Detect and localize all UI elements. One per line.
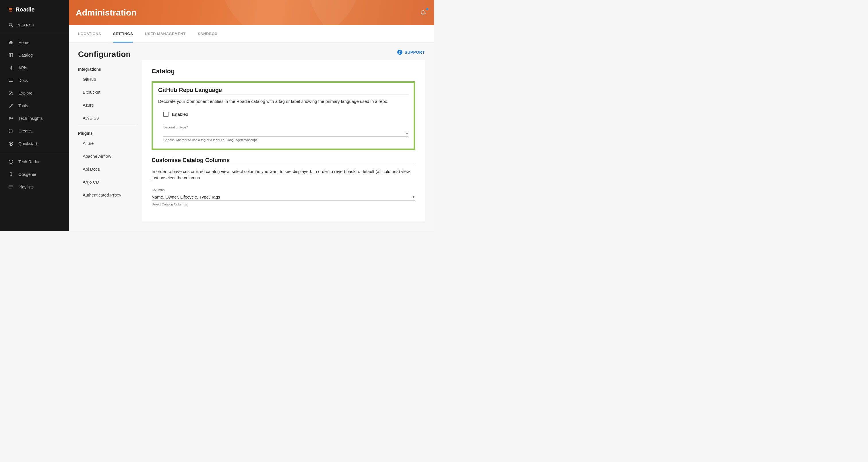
- settings-item-api-docs[interactable]: Api Docs: [78, 163, 136, 176]
- section-title: GitHub Repo Language: [158, 87, 408, 95]
- columns-select[interactable]: Name, Owner, Lifecycle, Type, Tags ▼: [152, 193, 415, 201]
- svg-rect-3: [11, 53, 12, 57]
- field-helper: Choose whether to use a tag or a label i…: [163, 138, 408, 142]
- section-title: Customise Catalog Columns: [152, 157, 415, 165]
- customise-columns-section: Customise Catalog Columns In order to ha…: [152, 157, 415, 206]
- settings-item-argo-cd[interactable]: Argo CD: [78, 176, 136, 189]
- settings-item-github[interactable]: GitHub: [78, 73, 136, 86]
- svg-rect-19: [9, 187, 11, 188]
- sidebar-nav: Home Catalog APIs Docs Explore Tools: [0, 36, 69, 231]
- playlists-icon: [8, 184, 14, 190]
- quickstart-icon: [8, 141, 14, 147]
- sidebar-item-label: Home: [19, 40, 30, 45]
- sidebar-item-apis[interactable]: APIs: [0, 61, 69, 74]
- notification-dot: [426, 8, 428, 10]
- sidebar-item-label: Tech Radar: [19, 160, 40, 164]
- tab-sandbox[interactable]: SANDBOX: [198, 25, 218, 42]
- svg-point-0: [9, 23, 12, 26]
- sidebar-item-label: Tech Insights: [19, 116, 43, 121]
- sidebar-item-docs[interactable]: Docs: [0, 74, 69, 87]
- select-value: Name, Owner, Lifecycle, Type, Tags: [152, 195, 220, 199]
- sidebar-item-create[interactable]: Create...: [0, 125, 69, 137]
- main: Administration LOCATIONS SETTINGS USER M…: [69, 0, 434, 231]
- svg-rect-18: [9, 187, 13, 187]
- sidebar-item-label: Tools: [19, 104, 28, 108]
- sidebar-item-playlists[interactable]: Playlists: [0, 181, 69, 193]
- search-button[interactable]: SEARCH: [0, 18, 69, 32]
- sidebar-item-label: Docs: [19, 78, 28, 83]
- settings-item-bitbucket[interactable]: Bitbucket: [78, 86, 136, 98]
- svg-line-1: [11, 26, 12, 27]
- sidebar-item-label: APIs: [19, 65, 27, 70]
- page-header-title: Administration: [76, 8, 136, 18]
- panel: Catalog GitHub Repo Language Decorate yo…: [142, 60, 425, 221]
- decoration-type-select[interactable]: ▼: [163, 130, 408, 137]
- clock-icon: [8, 159, 14, 165]
- tools-icon: [8, 103, 14, 109]
- docs-icon: [8, 78, 14, 83]
- field-label: Columns: [152, 188, 415, 192]
- panel-title: Catalog: [152, 67, 415, 75]
- divider: [0, 153, 69, 153]
- brand-name: Roadie: [16, 6, 35, 13]
- sidebar-item-label: Opsgenie: [19, 172, 36, 177]
- sidebar-item-label: Create...: [19, 129, 34, 133]
- sidebar-item-quickstart[interactable]: Quickstart: [0, 137, 69, 150]
- content: Configuration ? SUPPORT Integrations Git…: [69, 43, 434, 231]
- svg-rect-15: [10, 173, 12, 176]
- insights-icon: [8, 115, 14, 121]
- header: Administration: [69, 0, 434, 25]
- section-desc: In order to have customized catalog view…: [152, 168, 415, 181]
- divider: [0, 34, 69, 34]
- search-icon: [8, 22, 14, 28]
- sidebar-item-tech-insights[interactable]: Tech Insights: [0, 112, 69, 125]
- settings-item-apache-airflow[interactable]: Apache Airflow: [78, 150, 136, 163]
- opsgenie-icon: [8, 172, 14, 177]
- sidebar: Roadie SEARCH Home Catalog APIs: [0, 0, 69, 231]
- sidebar-item-tools[interactable]: Tools: [0, 99, 69, 112]
- create-icon: [8, 128, 14, 134]
- settings-item-allure[interactable]: Allure: [78, 137, 136, 150]
- svg-rect-17: [9, 185, 13, 186]
- field-helper: Select Catalog Columns.: [152, 203, 415, 206]
- brand-logo-icon: [8, 7, 13, 12]
- settings-nav: Integrations GitHub Bitbucket Azure AWS …: [78, 60, 136, 221]
- field-label: Decoration type*: [163, 125, 408, 129]
- sidebar-item-explore[interactable]: Explore: [0, 87, 69, 99]
- page-title: Configuration: [78, 50, 131, 59]
- brand[interactable]: Roadie: [0, 0, 69, 18]
- home-icon: [8, 40, 14, 46]
- enabled-checkbox[interactable]: [163, 112, 168, 117]
- tab-locations[interactable]: LOCATIONS: [78, 25, 101, 42]
- sidebar-item-opsgenie[interactable]: Opsgenie: [0, 168, 69, 181]
- checkbox-label: Enabled: [172, 112, 188, 117]
- bell-icon: [420, 9, 427, 16]
- svg-rect-2: [9, 53, 11, 57]
- chevron-down-icon: ▼: [406, 132, 408, 135]
- svg-marker-13: [11, 143, 12, 145]
- apis-icon: [8, 65, 14, 71]
- sidebar-item-home[interactable]: Home: [0, 36, 69, 49]
- tab-settings[interactable]: SETTINGS: [113, 25, 133, 42]
- chevron-down-icon: ▼: [412, 195, 415, 199]
- svg-marker-5: [10, 92, 12, 94]
- sidebar-item-label: Explore: [19, 91, 32, 95]
- settings-group-title: Integrations: [78, 67, 136, 71]
- tab-user-management[interactable]: USER MANAGEMENT: [145, 25, 186, 42]
- sidebar-item-label: Playlists: [19, 185, 34, 189]
- sidebar-item-label: Quickstart: [19, 141, 37, 146]
- sidebar-item-label: Catalog: [19, 53, 33, 57]
- settings-group-title: Plugins: [78, 131, 136, 136]
- search-label: SEARCH: [18, 23, 34, 27]
- settings-item-aws-s3[interactable]: AWS S3: [78, 112, 136, 124]
- sidebar-item-tech-radar[interactable]: Tech Radar: [0, 155, 69, 168]
- catalog-icon: [8, 52, 14, 58]
- notifications-button[interactable]: [420, 9, 427, 16]
- section-desc: Decorate your Component entities in the …: [158, 98, 408, 105]
- settings-item-authenticated-proxy[interactable]: Authenticated Proxy: [78, 189, 136, 201]
- explore-icon: [8, 90, 14, 96]
- sidebar-item-catalog[interactable]: Catalog: [0, 49, 69, 61]
- settings-item-azure[interactable]: Azure: [78, 98, 136, 112]
- github-repo-language-section: GitHub Repo Language Decorate your Compo…: [152, 81, 415, 150]
